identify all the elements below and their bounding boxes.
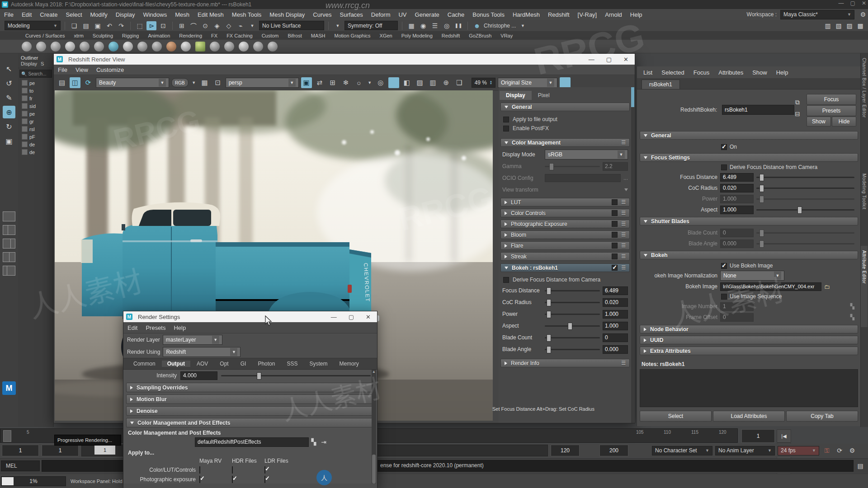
- range-end-field[interactable]: 200: [599, 445, 628, 456]
- script-editor-icon[interactable]: ▤: [855, 461, 865, 470]
- menu-set-dropdown[interactable]: Modeling▼: [5, 21, 61, 30]
- attribute-slider[interactable]: [756, 177, 854, 178]
- snap-projected-icon[interactable]: ◈: [212, 21, 222, 30]
- dof-toggle-icon[interactable]: [388, 77, 399, 88]
- menu-item[interactable]: Display: [112, 11, 139, 18]
- export-image-icon[interactable]: ❏: [454, 77, 465, 88]
- chevron-down-icon[interactable]: ▼: [518, 21, 528, 30]
- layout-four-view-button[interactable]: [3, 225, 15, 235]
- slider-value[interactable]: 0.000: [603, 345, 628, 354]
- panel-tab[interactable]: Pixel: [532, 91, 556, 100]
- fx-enable-checkbox[interactable]: [612, 243, 618, 249]
- shelf-tab[interactable]: VRay: [496, 33, 517, 38]
- auto-key-icon[interactable]: ⚿: [822, 446, 832, 455]
- shelf-icon[interactable]: [166, 42, 176, 52]
- slider-track[interactable]: [545, 337, 600, 338]
- menu-item[interactable]: Mesh: [171, 11, 193, 18]
- fx-section-header[interactable]: Streak ☰: [500, 252, 630, 261]
- playback-start-field[interactable]: 1: [42, 445, 79, 456]
- attribute-slider[interactable]: [756, 188, 854, 189]
- slider-value[interactable]: 1.000: [603, 310, 628, 319]
- slider-value[interactable]: 6.489: [603, 286, 628, 295]
- collapsed-section-header[interactable]: Denoise: [126, 406, 373, 416]
- outliner-item[interactable]: de: [18, 148, 53, 156]
- layout-custom-button[interactable]: [3, 266, 15, 276]
- snap-point-icon[interactable]: ⊙: [200, 21, 210, 30]
- use-bokeh-image-row[interactable]: Use Bokeh Image: [637, 261, 861, 270]
- minimize-button[interactable]: —: [589, 56, 594, 63]
- maximize-button[interactable]: ▢: [606, 56, 612, 63]
- derive-focus-row[interactable]: Derive Focus Distance from Camera: [637, 163, 861, 172]
- texture-map-icon[interactable]: ▚: [309, 437, 319, 446]
- gamma-value[interactable]: 2.2: [603, 162, 628, 171]
- panel-tab[interactable]: Display: [500, 91, 532, 100]
- compare-ab-icon[interactable]: ◧: [401, 77, 412, 88]
- menu-item[interactable]: Cache: [443, 11, 469, 18]
- menu-item[interactable]: Select: [61, 11, 86, 18]
- collapsed-section-header[interactable]: Sampling Overrides: [126, 383, 373, 392]
- outliner-item[interactable]: de: [18, 141, 53, 148]
- menu-item[interactable]: Edit: [18, 11, 36, 18]
- outliner-search-input[interactable]: 🔍 Search...: [19, 70, 52, 78]
- shelf-icon[interactable]: [80, 42, 90, 52]
- maximize-button[interactable]: ▢: [349, 314, 354, 320]
- current-time-marker[interactable]: [3, 430, 11, 442]
- select-tool-icon[interactable]: ↖: [3, 62, 15, 75]
- crop-region-icon[interactable]: ⊡: [212, 77, 223, 88]
- normalization-dropdown[interactable]: None▼: [720, 271, 784, 281]
- focus-button[interactable]: Focus: [807, 94, 856, 105]
- shelf-tab[interactable]: XGen: [375, 33, 397, 38]
- tab-modeling-toolkit[interactable]: Modeling Toolkit: [861, 169, 868, 246]
- anim-layer-dropdown[interactable]: No Anim Layer▼: [715, 446, 775, 455]
- outliner-menu-item[interactable]: S: [41, 61, 44, 66]
- menu-item[interactable]: HardMesh: [509, 11, 544, 18]
- menu-item[interactable]: Mesh Display: [265, 11, 309, 18]
- menu-item[interactable]: Create: [36, 11, 61, 18]
- menu-item[interactable]: File: [0, 11, 18, 18]
- snapshot-icon[interactable]: ◫: [70, 77, 80, 88]
- copy-tab-button[interactable]: Copy Tab: [786, 411, 858, 422]
- shelf-icon[interactable]: [253, 42, 263, 52]
- shelf-icon[interactable]: [36, 42, 46, 52]
- layout-persp-outliner-button[interactable]: [3, 239, 15, 249]
- render-view-menu-item[interactable]: View: [71, 66, 92, 73]
- shelf-tab[interactable]: Bifrost: [283, 33, 307, 38]
- bucket-grid-icon[interactable]: ⊞: [327, 77, 338, 88]
- intensity-slider[interactable]: [221, 375, 371, 376]
- attribute-editor-menu-item[interactable]: Selected: [657, 69, 689, 76]
- render-settings-tab[interactable]: Opt: [214, 361, 234, 367]
- image-size-dropdown[interactable]: Original Size▼: [498, 78, 557, 88]
- fx-enable-checkbox[interactable]: [612, 232, 618, 238]
- attribute-slider[interactable]: [756, 243, 854, 244]
- redo-icon[interactable]: ↷: [116, 21, 126, 30]
- shelf-icon[interactable]: [22, 42, 32, 52]
- shelf-tab[interactable]: FX: [207, 33, 222, 38]
- attribute-editor-menu-item[interactable]: Attributes: [714, 69, 748, 76]
- restart-render-icon[interactable]: ⟳: [83, 77, 94, 88]
- undo-icon[interactable]: ↶: [104, 21, 114, 30]
- transport-button[interactable]: |◀: [777, 429, 791, 443]
- show-output-icon[interactable]: ⊟: [793, 109, 802, 118]
- wipe-icon[interactable]: ▨: [415, 77, 425, 88]
- freeze-tessellation-icon[interactable]: ❄: [340, 77, 351, 88]
- layout-single-button[interactable]: [3, 211, 15, 221]
- frame-offset-field[interactable]: 0: [720, 313, 754, 322]
- render-view-menu-item[interactable]: File: [54, 66, 71, 73]
- checkbox-row[interactable]: Enable PostFX: [503, 124, 627, 133]
- expression-icon[interactable]: ▚: [850, 314, 854, 320]
- menu-item[interactable]: Help: [626, 11, 646, 18]
- render-settings-tab[interactable]: AOV: [191, 361, 213, 367]
- pause-icon[interactable]: ❚❚: [453, 21, 463, 30]
- outliner-item[interactable]: sid: [18, 102, 53, 110]
- bokeh-section-header[interactable]: Bokeh: [640, 251, 858, 259]
- sample-circle-icon[interactable]: ○: [354, 77, 364, 88]
- rotate-tool-icon[interactable]: ↻: [3, 120, 15, 133]
- shelf-icon[interactable]: [210, 42, 220, 52]
- node-name-field[interactable]: rsBokeh1: [722, 105, 794, 115]
- general-section-header[interactable]: General: [640, 131, 858, 140]
- render-region-icon[interactable]: ▣: [301, 77, 312, 88]
- paint-select-tool-icon[interactable]: ✎: [3, 91, 15, 104]
- derive-focus-row[interactable]: Derive Focus Distance from Camera: [499, 275, 632, 285]
- snap-grid-icon[interactable]: ⊞: [177, 21, 187, 30]
- gamma-slider[interactable]: [545, 166, 600, 167]
